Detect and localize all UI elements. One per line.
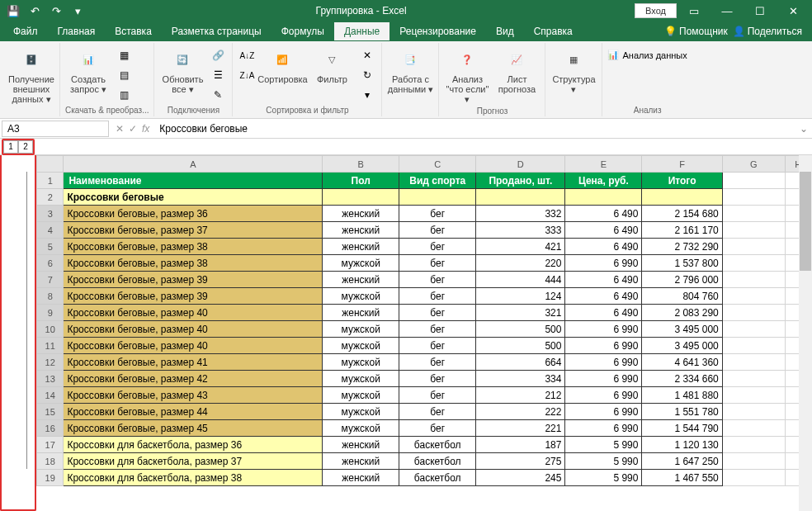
row-header-6[interactable]: 6: [37, 255, 64, 272]
external-data-button[interactable]: 🗄️ Получение внешних данных ▾: [8, 46, 54, 105]
header-gender[interactable]: Пол: [323, 173, 399, 189]
header-name[interactable]: Наименование: [64, 173, 323, 189]
cell-name[interactable]: Кроссовки беговые, размер 38: [64, 255, 323, 272]
cell-sold[interactable]: 332: [476, 206, 565, 222]
row-header-12[interactable]: 12: [37, 354, 64, 371]
tab-formulas[interactable]: Формулы: [271, 22, 334, 40]
row-header-14[interactable]: 14: [37, 387, 64, 404]
cell-sport[interactable]: баскетбол: [399, 453, 476, 470]
close-icon[interactable]: ✕: [777, 0, 809, 21]
refresh-all-button[interactable]: 🔄 Обновить все ▾: [159, 46, 205, 95]
cell-name[interactable]: Кроссовки беговые, размер 45: [64, 420, 323, 437]
cell-total[interactable]: 2 154 680: [642, 206, 722, 222]
show-queries-icon[interactable]: ▦: [115, 46, 133, 64]
sort-asc-icon[interactable]: A↓Z: [238, 46, 256, 64]
properties-icon[interactable]: ☰: [209, 66, 227, 84]
cell-total[interactable]: 3 495 000: [642, 321, 722, 338]
formula-input[interactable]: [154, 121, 795, 136]
row-header-15[interactable]: 15: [37, 404, 64, 420]
fx-icon[interactable]: fx: [142, 123, 149, 135]
cell-gender[interactable]: мужской: [323, 288, 399, 305]
cell-name[interactable]: Кроссовки для баскетбола, размер 37: [64, 453, 323, 470]
row-header-8[interactable]: 8: [37, 288, 64, 305]
row-header-11[interactable]: 11: [37, 338, 64, 354]
cell-price[interactable]: 6 990: [565, 371, 642, 387]
cell-sport[interactable]: бег: [399, 420, 476, 437]
cell-sport[interactable]: бег: [399, 288, 476, 305]
cell-name[interactable]: Кроссовки для баскетбола, размер 36: [64, 437, 323, 453]
cell-sport[interactable]: бег: [399, 338, 476, 354]
cell-sport[interactable]: бег: [399, 387, 476, 404]
cell-name[interactable]: Кроссовки беговые, размер 39: [64, 288, 323, 305]
whatif-button[interactable]: ❓ Анализ "что если" ▾: [444, 46, 490, 105]
cell-price[interactable]: 6 490: [565, 239, 642, 255]
cell-sport[interactable]: бег: [399, 305, 476, 321]
col-header-F[interactable]: F: [642, 156, 722, 173]
cell-sold[interactable]: 333: [476, 222, 565, 239]
enter-formula-icon[interactable]: ✓: [129, 123, 137, 135]
tab-insert[interactable]: Вставка: [105, 22, 162, 40]
tab-file[interactable]: Файл: [3, 22, 48, 40]
tab-view[interactable]: Вид: [486, 22, 524, 40]
cell-sold[interactable]: 334: [476, 371, 565, 387]
cell-gender[interactable]: мужской: [323, 404, 399, 420]
cell-gender[interactable]: женский: [323, 470, 399, 486]
group-cell[interactable]: [565, 189, 642, 206]
ribbon-options-icon[interactable]: ▭: [678, 0, 710, 21]
cell-gender[interactable]: мужской: [323, 420, 399, 437]
cell-sold[interactable]: 421: [476, 239, 565, 255]
cell-total[interactable]: 2 732 290: [642, 239, 722, 255]
reapply-icon[interactable]: ↻: [358, 66, 376, 84]
clear-filter-icon[interactable]: ✕: [358, 46, 376, 64]
outline-level-2[interactable]: 2: [18, 140, 33, 154]
group-cell[interactable]: [399, 189, 476, 206]
cell-price[interactable]: 6 990: [565, 354, 642, 371]
sort-desc-icon[interactable]: Z↓A: [238, 66, 256, 84]
cell-sport[interactable]: бег: [399, 371, 476, 387]
select-all[interactable]: [37, 156, 64, 173]
row-header-1[interactable]: 1: [37, 173, 64, 189]
cell-sport[interactable]: бег: [399, 321, 476, 338]
cell-gender[interactable]: мужской: [323, 338, 399, 354]
group-cell[interactable]: [642, 189, 722, 206]
cell-price[interactable]: 5 990: [565, 437, 642, 453]
cell-total[interactable]: 1 647 250: [642, 453, 722, 470]
row-header-10[interactable]: 10: [37, 321, 64, 338]
cell-sport[interactable]: бег: [399, 239, 476, 255]
cell-gender[interactable]: мужской: [323, 354, 399, 371]
cell-gender[interactable]: мужской: [323, 387, 399, 404]
cell-name[interactable]: Кроссовки беговые, размер 37: [64, 222, 323, 239]
grid[interactable]: ABCDEFGH1НаименованиеПолВид спортаПродан…: [36, 155, 812, 511]
cell-gender[interactable]: женский: [323, 222, 399, 239]
cell-gender[interactable]: женский: [323, 453, 399, 470]
scroll-thumb[interactable]: [800, 172, 811, 271]
cell-gender[interactable]: женский: [323, 239, 399, 255]
create-query-button[interactable]: 📊 Создать запрос ▾: [65, 46, 111, 95]
cell-price[interactable]: 6 990: [565, 321, 642, 338]
login-button[interactable]: Вход: [635, 3, 677, 18]
vertical-scrollbar[interactable]: [799, 155, 812, 511]
cell-sold[interactable]: 275: [476, 453, 565, 470]
cell-name[interactable]: Кроссовки беговые, размер 41: [64, 354, 323, 371]
cell-sold[interactable]: 664: [476, 354, 565, 371]
cell-sport[interactable]: бег: [399, 222, 476, 239]
cell-name[interactable]: Кроссовки беговые, размер 39: [64, 272, 323, 288]
cell-sold[interactable]: 221: [476, 420, 565, 437]
cell-total[interactable]: 3 495 000: [642, 338, 722, 354]
group-header-cell[interactable]: Кроссовки беговые: [64, 189, 323, 206]
cell-total[interactable]: 1 544 790: [642, 420, 722, 437]
cell-sold[interactable]: 187: [476, 437, 565, 453]
cell-price[interactable]: 5 990: [565, 470, 642, 486]
cell-name[interactable]: Кроссовки беговые, размер 40: [64, 321, 323, 338]
share-button[interactable]: 👤Поделиться: [733, 26, 802, 37]
cell-gender[interactable]: женский: [323, 305, 399, 321]
name-box[interactable]: [2, 121, 109, 137]
cell-total[interactable]: 2 796 000: [642, 272, 722, 288]
tab-data[interactable]: Данные: [334, 22, 389, 40]
cell-total[interactable]: 1 120 130: [642, 437, 722, 453]
header-price[interactable]: Цена, руб.: [565, 173, 642, 189]
header-sold[interactable]: Продано, шт.: [476, 173, 565, 189]
cell-sold[interactable]: 321: [476, 305, 565, 321]
cell-sold[interactable]: 124: [476, 288, 565, 305]
cell-sold[interactable]: 245: [476, 470, 565, 486]
